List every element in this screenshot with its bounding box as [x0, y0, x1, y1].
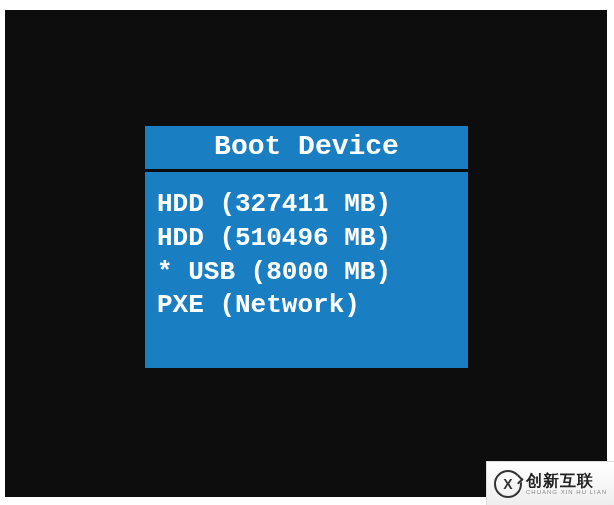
boot-item-usb[interactable]: * USB (8000 MB) — [157, 256, 456, 290]
boot-device-menu: Boot Device HDD (327411 MB) HDD (510496 … — [145, 126, 468, 368]
bios-screen: Boot Device HDD (327411 MB) HDD (510496 … — [5, 10, 607, 497]
boot-item-pxe[interactable]: PXE (Network) — [157, 289, 456, 323]
watermark-text: 创新互联 CHUANG XIN HU LIAN — [526, 473, 607, 495]
watermark-logo-icon: X — [494, 470, 522, 498]
boot-device-list: HDD (327411 MB) HDD (510496 MB) * USB (8… — [145, 172, 468, 368]
watermark-sub-text: CHUANG XIN HU LIAN — [526, 489, 607, 495]
watermark-badge: X 创新互联 CHUANG XIN HU LIAN — [486, 461, 614, 505]
boot-menu-title: Boot Device — [145, 126, 468, 172]
boot-item-hdd-1[interactable]: HDD (327411 MB) — [157, 188, 456, 222]
watermark-main-text: 创新互联 — [526, 473, 607, 489]
boot-item-hdd-2[interactable]: HDD (510496 MB) — [157, 222, 456, 256]
